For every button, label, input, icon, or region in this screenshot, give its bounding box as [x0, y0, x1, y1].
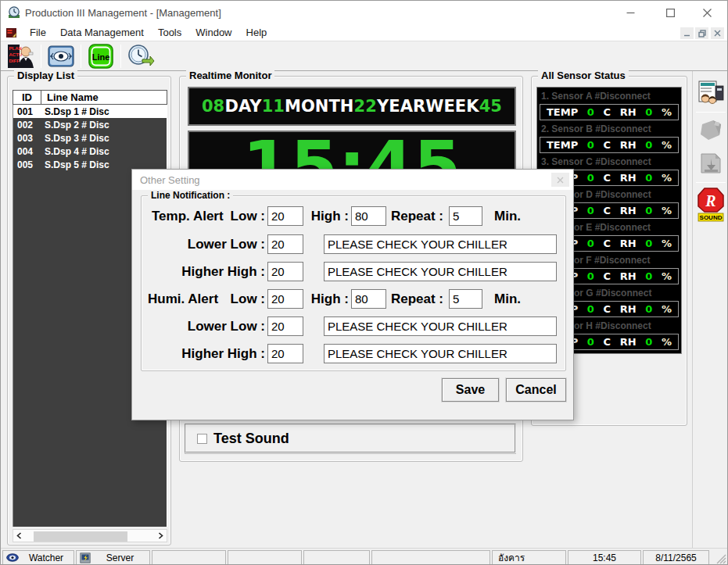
temp-high-input[interactable]	[351, 206, 386, 226]
sensor-label: 1. Sensor A #Disconnect	[537, 88, 681, 104]
import-button-disabled[interactable]	[696, 148, 726, 179]
list-item[interactable]: 002S.Dsp 2 # Disc	[13, 118, 167, 131]
scroll-right-icon[interactable]	[154, 530, 167, 542]
svg-text:PLAN: PLAN	[9, 46, 22, 51]
sensor-status-caption: All Sensor Status	[538, 70, 629, 81]
status-cell-empty	[152, 550, 226, 565]
horizontal-scrollbar[interactable]	[13, 529, 167, 542]
humi-higher-high-label: Higher High :	[148, 346, 265, 362]
close-button[interactable]	[690, 1, 725, 24]
test-sound-panel: Test Sound	[185, 424, 516, 453]
clock-export-icon	[127, 44, 155, 69]
report-button[interactable]	[696, 77, 726, 109]
status-cell-empty	[303, 550, 370, 565]
humi-lower-low-message-input[interactable]	[324, 316, 557, 336]
right-toolbar: R SOUND	[692, 71, 728, 548]
list-item[interactable]: 003S.Dsp 3 # Disc	[13, 131, 167, 145]
humi-lower-low-label: Lower Low :	[148, 319, 265, 334]
minimize-button[interactable]	[613, 1, 648, 24]
menu-file[interactable]: File	[23, 25, 53, 40]
column-line-name: Line Name	[41, 91, 99, 103]
humi-low-input[interactable]	[267, 289, 303, 309]
temp-high-label: High :	[306, 209, 349, 224]
temp-repeat-input[interactable]	[449, 206, 482, 226]
humi-alert-label: Humi. Alert	[148, 291, 218, 307]
humi-repeat-label: Repeat :	[386, 291, 443, 307]
date-year-label: YEAR	[377, 97, 425, 116]
status-bar: Watcher Server อังคาร 15:45 8/11/2565	[1, 548, 727, 565]
menu-window[interactable]: Window	[188, 25, 238, 40]
svg-text:Line: Line	[92, 52, 110, 62]
line-notification-label: Line Notification :	[148, 190, 233, 201]
import-disabled-icon	[698, 151, 723, 176]
r-sound-icon: R SOUND	[697, 188, 725, 222]
temp-lower-low-input[interactable]	[267, 234, 303, 254]
sensor-readings: TEMP0CRH0%	[540, 104, 679, 120]
realtime-monitor-caption: Realtime Monitor	[186, 70, 274, 81]
dialog-title-bar: Other Setting	[132, 170, 573, 190]
dialog-close-icon[interactable]	[551, 173, 569, 187]
status-cell-empty	[371, 550, 490, 565]
menu-data-management[interactable]: Data Management	[53, 25, 151, 40]
toolbar-separator	[41, 45, 41, 68]
server-icon	[80, 552, 91, 563]
svg-text:SOUND: SOUND	[700, 214, 723, 221]
humi-repeat-input[interactable]	[449, 289, 482, 309]
menu-help[interactable]: Help	[239, 25, 274, 40]
date-panel: 08 DAY 11 MONTH 22 YEAR WEEK 45	[188, 87, 516, 126]
humi-higher-high-message-input[interactable]	[324, 344, 557, 363]
display-list-header: ID Line Name	[13, 90, 167, 105]
list-item[interactable]: 001S.Dsp 1 # Disc	[13, 105, 167, 118]
right-toolbar-separator	[696, 112, 726, 113]
temp-lower-low-message-input[interactable]	[324, 234, 557, 254]
mdi-restore-button[interactable]	[695, 27, 708, 39]
list-item[interactable]: 004S.Dsp 4 # Disc	[13, 145, 167, 158]
temp-min-label: Min.	[494, 209, 521, 224]
preview-button[interactable]	[45, 43, 77, 70]
column-id: ID	[13, 91, 41, 103]
display-list-caption: Display List	[14, 70, 77, 81]
svg-text:DIFF: DIFF	[9, 59, 20, 63]
package-button-disabled[interactable]	[696, 115, 726, 146]
scrollbar-thumb[interactable]	[34, 531, 127, 542]
server-status-cell[interactable]: Server	[76, 550, 150, 565]
save-button[interactable]: Save	[442, 378, 499, 402]
package-disabled-icon	[698, 118, 724, 143]
resize-grip-icon[interactable]	[715, 553, 726, 564]
right-toolbar-separator	[696, 182, 726, 183]
menu-bar: File Data Management Tools Window Help	[1, 24, 727, 41]
sensor-label: 2. Sensor B #Disconnect	[537, 121, 681, 137]
humi-low-label: Low :	[210, 291, 265, 307]
line-icon: Line	[88, 44, 113, 69]
plan-actu-diff-button[interactable]: PLAN ACTU DIFF	[5, 43, 37, 70]
line-button[interactable]: Line	[85, 43, 117, 70]
sound-button[interactable]: R SOUND	[696, 187, 726, 223]
temp-higher-high-input[interactable]	[267, 262, 303, 281]
temp-higher-high-message-input[interactable]	[324, 262, 557, 281]
watcher-status-cell[interactable]: Watcher	[2, 550, 74, 565]
test-sound-label: Test Sound	[213, 431, 289, 447]
toolbar-separator	[81, 45, 81, 68]
mdi-minimize-button[interactable]	[680, 27, 694, 39]
temp-higher-high-label: Higher High :	[148, 264, 265, 280]
sensor-block: 2. Sensor B #Disconnect TEMP0CRH0%	[537, 121, 681, 154]
time-export-button[interactable]	[125, 43, 156, 70]
date-day-value: 08	[202, 97, 224, 116]
svg-text:R: R	[705, 192, 715, 209]
test-sound-checkbox[interactable]	[197, 434, 207, 444]
menu-tools[interactable]: Tools	[151, 25, 188, 40]
report-users-icon	[697, 80, 725, 106]
title-bar: Production III Management - [Management]	[1, 1, 727, 24]
mdi-close-button[interactable]	[711, 27, 724, 39]
humi-higher-high-input[interactable]	[267, 344, 303, 363]
humi-high-input[interactable]	[351, 289, 386, 309]
svg-text:ACTU: ACTU	[9, 52, 23, 57]
date-week-value: 45	[479, 97, 502, 116]
cancel-button[interactable]: Cancel	[506, 378, 566, 402]
watcher-label: Watcher	[19, 552, 74, 563]
humi-lower-low-input[interactable]	[267, 316, 303, 336]
temp-low-input[interactable]	[267, 206, 303, 226]
sensor-block: 1. Sensor A #Disconnect TEMP0CRH0%	[537, 88, 681, 121]
scroll-left-icon[interactable]	[13, 530, 26, 542]
maximize-button[interactable]	[653, 1, 688, 24]
